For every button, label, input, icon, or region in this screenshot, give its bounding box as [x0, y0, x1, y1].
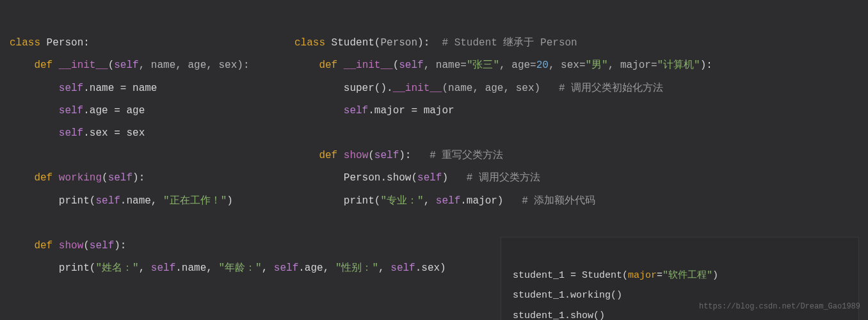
assign: .name = name [83, 83, 157, 94]
self: self [274, 262, 298, 274]
close: ): [133, 172, 145, 184]
keyword-def: def [34, 60, 52, 71]
keyword-def: def [319, 150, 337, 161]
string: "年龄：" [218, 262, 261, 274]
attr: .age, [298, 262, 335, 274]
self: self [114, 60, 138, 71]
stmt: student_1 = Student( [513, 270, 628, 281]
keyword-class: class [294, 37, 325, 49]
assign: .sex = sex [83, 127, 145, 139]
fn-init: __init__ [393, 83, 442, 94]
paren: ( [368, 150, 374, 161]
string: "张三" [467, 60, 499, 71]
close: ) [712, 270, 718, 281]
colon: : [83, 37, 90, 49]
params: , name, age, sex): [139, 60, 250, 71]
attr: .name, [120, 195, 163, 207]
self: self [59, 105, 83, 116]
self: self [59, 127, 83, 139]
keyword-def: def [34, 172, 52, 184]
comma: , [139, 262, 151, 274]
fn-init: __init__ [52, 60, 108, 71]
string: "正在工作！" [163, 195, 227, 207]
string: "男" [586, 60, 608, 71]
string: "专业：" [380, 195, 423, 207]
call: (). [374, 83, 393, 94]
base-class: Person [380, 37, 417, 49]
attr: .major) [460, 195, 503, 207]
self: self [417, 172, 442, 184]
param: , age= [499, 60, 536, 71]
watermark: https://blog.csdn.net/Dream_Gao1989 [699, 298, 860, 315]
close: ): [399, 150, 411, 161]
close: ): [700, 60, 712, 71]
close: ) [227, 195, 233, 207]
param: , name= [424, 60, 467, 71]
paren: ( [102, 172, 108, 184]
class-name: Student [325, 37, 374, 49]
eq: = [657, 270, 663, 281]
comment: # 重写父类方法 [411, 150, 503, 161]
fn-working: working [52, 172, 102, 184]
comma: , [424, 195, 436, 207]
fn-show: show [52, 240, 83, 252]
param: , major= [608, 60, 657, 71]
comment: # 添加额外代码 [503, 195, 595, 207]
comment: # 调用父类方法 [448, 172, 540, 184]
attr: .sex) [415, 262, 446, 274]
fn-show: show [337, 150, 368, 161]
fn-init: __init__ [337, 60, 392, 71]
self: self [390, 262, 415, 274]
self: self [90, 240, 114, 252]
paren: ( [108, 60, 115, 71]
comment: # 调用父类初始化方法 [540, 83, 663, 94]
person-show: Person.show( [344, 172, 417, 184]
close: ) [442, 172, 448, 184]
args: (name, age, sex) [442, 83, 540, 94]
kwarg-major: major [628, 270, 657, 281]
print: print( [59, 195, 96, 207]
self: self [436, 195, 460, 207]
paren: ( [374, 37, 381, 49]
class-name: Person [40, 37, 83, 49]
number: 20 [536, 60, 549, 71]
keyword-class: class [10, 37, 40, 49]
keyword-def: def [319, 60, 337, 71]
comma: , [262, 262, 274, 274]
param: , sex= [549, 60, 586, 71]
stmt: student_1.working() [513, 290, 622, 301]
comma: , [378, 262, 390, 274]
stmt: student_1.show() [513, 310, 605, 321]
close: ): [417, 37, 430, 49]
paren: ( [393, 60, 399, 71]
keyword-def: def [34, 240, 52, 252]
string: "计算机" [657, 60, 700, 71]
self: self [59, 83, 83, 94]
close: ): [114, 240, 126, 252]
self: self [95, 195, 120, 207]
string: "姓名：" [95, 262, 138, 274]
self: self [108, 172, 133, 184]
print: print( [59, 262, 96, 274]
self: self [344, 105, 368, 116]
code-block-student: class Student(Person): # Student 继承于 Per… [294, 10, 712, 212]
self: self [399, 60, 423, 71]
string: "性别：" [335, 262, 378, 274]
super: super [344, 83, 374, 94]
comment: # Student 继承于 Person [430, 37, 577, 49]
attr: .name, [175, 262, 218, 274]
assign: .age = age [83, 105, 145, 116]
print: print( [344, 195, 381, 207]
paren: ( [83, 240, 90, 252]
self: self [151, 262, 175, 274]
self: self [374, 150, 399, 161]
string: "软件工程" [663, 270, 712, 281]
assign: .major = major [368, 105, 454, 116]
